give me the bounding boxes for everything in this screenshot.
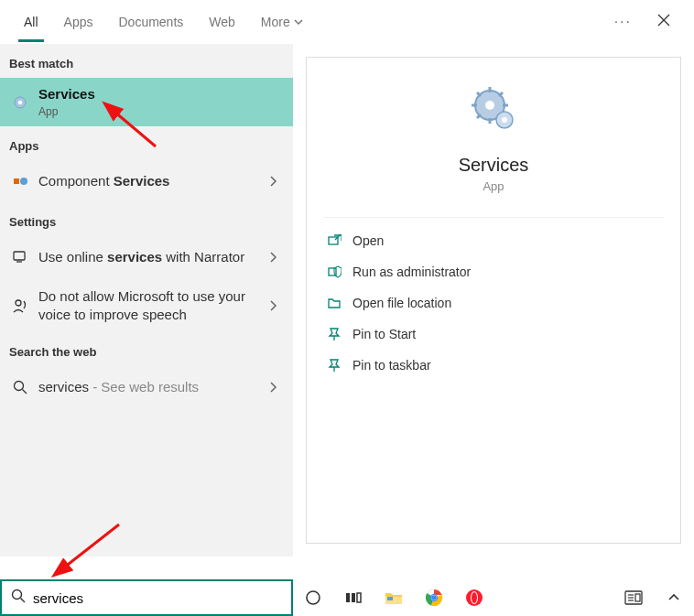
detail-subtitle: App [323,179,664,193]
tab-all[interactable]: All [11,2,51,42]
detail-title: Services [323,155,664,176]
pin-icon [327,327,352,341]
search-bar[interactable] [0,579,293,616]
tab-web[interactable]: Web [196,2,248,42]
svg-point-21 [13,590,22,600]
result-label: Use online services with Narrator [38,248,262,266]
svg-rect-2 [14,178,19,184]
narrator-icon [12,249,28,265]
detail-app-icon [323,83,664,138]
action-run-admin[interactable]: Run as administrator [323,256,664,287]
folder-icon [327,296,352,310]
svg-point-31 [431,595,437,600]
news-icon[interactable] [624,589,643,607]
action-pin-start[interactable]: Pin to Start [323,319,664,350]
action-pin-taskbar[interactable]: Pin to taskbar [323,350,664,381]
chevron-right-icon [268,175,277,188]
detail-card: Services App Open Run as administrator O… [306,57,681,544]
tab-more[interactable]: More [248,2,316,42]
taskbar [293,579,694,616]
detail-pane: Services App Open Run as administrator O… [293,44,694,557]
svg-line-16 [499,92,503,96]
ellipsis-button[interactable]: ··· [602,6,645,38]
svg-point-5 [16,300,21,306]
svg-rect-27 [387,597,393,600]
result-label: Component Services [38,172,262,190]
action-label: Open file location [352,296,451,310]
svg-point-22 [307,591,320,604]
person-speak-icon [12,297,28,314]
tray-chevron-icon[interactable] [665,589,683,607]
result-title: Services [38,85,284,103]
component-services-icon [12,173,28,189]
svg-point-18 [502,117,507,123]
action-open-location[interactable]: Open file location [323,287,664,319]
svg-rect-39 [635,594,640,601]
chevron-right-icon [268,381,277,394]
svg-rect-4 [14,252,25,260]
shield-icon [327,265,352,279]
chevron-right-icon [268,251,277,264]
task-view-icon[interactable] [344,589,363,607]
svg-point-3 [20,178,27,185]
chrome-icon[interactable] [425,589,443,607]
tab-documents[interactable]: Documents [105,2,196,42]
search-input[interactable] [33,590,282,606]
file-explorer-icon[interactable] [385,589,403,607]
svg-line-15 [477,114,481,118]
action-label: Open [352,233,384,248]
cortana-icon[interactable] [304,589,322,607]
result-subtitle: App [38,105,284,120]
pin-icon [327,358,352,373]
result-component-services[interactable]: Component Services [0,160,293,202]
svg-point-8 [485,101,494,110]
action-label: Run as administrator [352,265,471,279]
svg-rect-24 [352,593,355,602]
section-best-match: Best match [0,44,293,78]
svg-rect-23 [346,593,350,602]
result-label: Do not allow Microsoft to use your voice… [38,287,262,323]
gear-icon [12,94,28,111]
chevron-down-icon [294,17,303,27]
svg-point-6 [15,382,24,391]
svg-line-13 [477,92,481,96]
tab-more-label: More [261,15,290,29]
action-open[interactable]: Open [323,225,664,256]
action-label: Pin to taskbar [352,358,431,373]
search-icon [11,589,26,607]
search-tabs: All Apps Documents Web More ··· [0,0,694,44]
section-apps: Apps [0,126,293,160]
result-web-services[interactable]: services - See web results [0,366,293,408]
result-best-services[interactable]: Services App [0,78,293,126]
tab-apps[interactable]: Apps [51,2,106,42]
result-voice-privacy[interactable]: Do not allow Microsoft to use your voice… [0,278,293,332]
svg-point-1 [18,100,23,104]
close-button[interactable] [645,6,683,38]
search-icon [13,380,27,394]
close-icon [657,14,670,27]
results-pane: Best match Services App Apps Component S… [0,44,293,557]
chevron-right-icon [268,299,277,312]
section-settings: Settings [0,202,293,236]
svg-point-34 [472,592,477,603]
opera-icon[interactable] [465,589,483,607]
action-label: Pin to Start [352,327,416,341]
svg-rect-25 [357,593,361,602]
result-label: services - See web results [38,378,262,396]
open-icon [327,233,352,248]
section-search-web: Search the web [0,332,293,366]
result-narrator-services[interactable]: Use online services with Narrator [0,236,293,278]
